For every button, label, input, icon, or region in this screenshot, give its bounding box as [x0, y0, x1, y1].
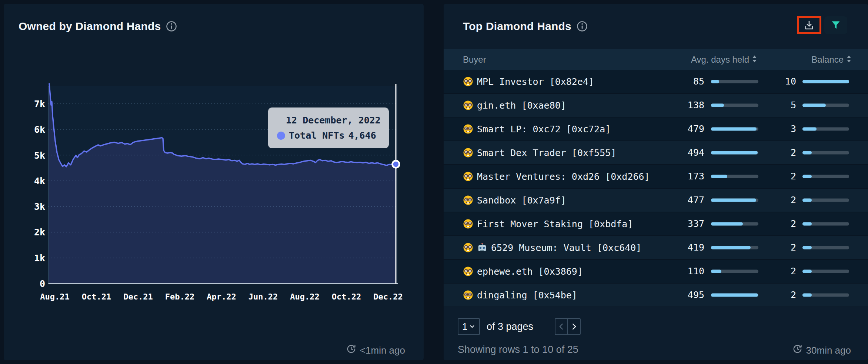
left-panel-title: Owned by Diamond Hands — [19, 20, 161, 33]
next-page-button[interactable] — [567, 318, 581, 335]
info-icon[interactable] — [166, 21, 177, 32]
refresh-clock-icon — [346, 344, 356, 357]
table-row[interactable]: ephewe.eth [0x3869] 110 2 — [444, 260, 868, 284]
buyer-label: gin.eth [0xae80] — [477, 100, 566, 111]
nerd-face-emoji — [463, 100, 473, 110]
avg-days-held-value: 495 — [666, 284, 704, 307]
balance-value: 2 — [761, 165, 796, 188]
avg-days-held-bar — [711, 222, 758, 226]
balance-value: 2 — [761, 284, 796, 307]
balance-value: 2 — [761, 212, 796, 235]
filter-button[interactable] — [824, 16, 847, 34]
svg-text:Aug.22: Aug.22 — [290, 292, 319, 301]
sort-arrows-icon — [752, 55, 757, 63]
table-row[interactable]: Master Ventures: 0xd26 [0xd266] 173 2 — [444, 165, 868, 189]
svg-text:Dec.21: Dec.21 — [123, 292, 153, 301]
avg-days-held-bar — [711, 294, 758, 297]
balance-value: 5 — [761, 94, 796, 117]
sort-icon[interactable] — [847, 54, 851, 65]
svg-text:1k: 1k — [34, 253, 45, 264]
refresh-clock-icon — [792, 344, 802, 354]
table-row[interactable]: MPL Investor [0x82e4] 85 10 — [444, 70, 868, 94]
buyer-label: Smart LP: 0xc72 [0xc72a] — [477, 124, 611, 135]
pages-count-label: of 3 pages — [487, 318, 533, 335]
tooltip-series-label: Total NFTs — [289, 130, 345, 141]
nft-holdings-area-chart[interactable]: 7k6k5k4k3k2k1k0Aug.21Oct.21Dec.21Feb.22A… — [4, 4, 424, 360]
svg-text:7k: 7k — [34, 99, 45, 109]
robot-face-emoji — [477, 242, 487, 253]
table-row[interactable]: Smart LP: 0xc72 [0xc72a] 479 3 — [444, 118, 868, 141]
balance-bar — [802, 199, 849, 202]
buyer-cell[interactable]: gin.eth [0xae80] — [463, 94, 566, 117]
left-last-updated: <1min ago — [346, 344, 405, 357]
avg-days-held-bar — [711, 270, 758, 273]
showing-rows-text: Showing rows 1 to 10 of 25 — [458, 344, 578, 355]
svg-text:0: 0 — [40, 278, 45, 289]
avg-days-held-bar — [711, 175, 758, 178]
buyer-cell[interactable]: First Mover Staking [0xbdfa] — [463, 212, 633, 235]
buyer-cell[interactable]: ephewe.eth [0x3869] — [463, 260, 583, 283]
page-select[interactable]: 1 — [458, 318, 480, 335]
buyer-cell[interactable]: dingaling [0x54be] — [463, 284, 577, 307]
chevron-left-icon — [557, 322, 565, 331]
balance-value: 10 — [761, 70, 796, 93]
table-row[interactable]: Smart Dex Trader [0xf555] 494 2 — [444, 141, 868, 165]
svg-text:Oct.22: Oct.22 — [332, 292, 361, 301]
svg-text:Oct.21: Oct.21 — [82, 292, 111, 301]
table-header-row: Buyer Avg. days held Balance — [444, 49, 868, 70]
tooltip-value: 4,646 — [348, 130, 376, 141]
buyer-cell[interactable]: Smart LP: 0xc72 [0xc72a] — [463, 118, 611, 140]
tooltip-date: 12 December, 2022 — [277, 115, 389, 126]
buyer-label: MPL Investor [0x82e4] — [477, 76, 594, 87]
balance-value: 2 — [761, 141, 796, 164]
chevron-right-icon — [570, 322, 578, 331]
buyer-label: Sandbox [0x7a9f] — [477, 195, 566, 206]
buyer-cell[interactable]: 6529 Museum: Vault [0xc640] — [463, 236, 641, 259]
avg-days-held-value: 110 — [666, 260, 704, 283]
buyer-cell[interactable]: Master Ventures: 0xd26 [0xd266] — [463, 165, 650, 188]
avg-days-held-value: 337 — [666, 212, 704, 235]
buyer-label: Master Ventures: 0xd26 [0xd266] — [477, 171, 650, 182]
svg-text:6k: 6k — [34, 124, 45, 135]
table-row[interactable]: 6529 Museum: Vault [0xc640] 419 2 — [444, 236, 868, 260]
svg-text:3k: 3k — [34, 201, 45, 212]
avg-days-held-bar — [711, 128, 758, 131]
nerd-face-emoji — [463, 290, 473, 300]
owned-by-diamond-hands-panel: 7k6k5k4k3k2k1k0Aug.21Oct.21Dec.21Feb.22A… — [4, 4, 424, 360]
buyer-cell[interactable]: MPL Investor [0x82e4] — [463, 70, 594, 93]
nerd-face-emoji — [463, 219, 473, 229]
nerd-face-emoji — [463, 76, 473, 87]
svg-text:Dec.22: Dec.22 — [373, 292, 403, 301]
avg-days-held-value: 85 — [666, 70, 704, 93]
table-row[interactable]: First Mover Staking [0xbdfa] 337 2 — [444, 212, 868, 236]
sort-icon[interactable] — [752, 54, 757, 65]
buyer-cell[interactable]: Sandbox [0x7a9f] — [463, 189, 566, 212]
column-header-avg-days-held[interactable]: Avg. days held — [651, 49, 757, 70]
nerd-face-emoji — [463, 171, 473, 182]
avg-days-held-bar — [711, 104, 758, 107]
buyer-label: dingaling [0x54be] — [477, 290, 577, 301]
table-row[interactable]: dingaling [0x54be] 495 2 — [444, 284, 868, 307]
previous-page-button[interactable] — [555, 318, 568, 335]
buyer-label: Smart Dex Trader [0xf555] — [477, 148, 616, 158]
svg-text:Apr.22: Apr.22 — [207, 292, 236, 301]
table-row[interactable]: gin.eth [0xae80] 138 5 — [444, 94, 868, 118]
chart-tooltip: 12 December, 2022 Total NFTs 4,646 — [268, 107, 389, 148]
series-dot-icon — [277, 132, 285, 140]
svg-text:Aug.21: Aug.21 — [40, 292, 69, 301]
info-icon[interactable] — [577, 21, 588, 32]
svg-text:Jun.22: Jun.22 — [248, 292, 278, 301]
refresh-clock-icon — [792, 344, 802, 357]
nerd-face-emoji — [463, 124, 473, 134]
balance-bar — [802, 128, 849, 131]
download-button[interactable] — [797, 16, 821, 34]
nerd-face-emoji — [463, 266, 473, 277]
filter-funnel-icon — [831, 20, 841, 30]
avg-days-held-bar — [711, 199, 758, 202]
buyer-cell[interactable]: Smart Dex Trader [0xf555] — [463, 141, 616, 164]
column-header-balance[interactable]: Balance — [792, 49, 851, 70]
nerd-face-emoji — [463, 195, 473, 205]
table-row[interactable]: Sandbox [0x7a9f] 477 2 — [444, 189, 868, 212]
balance-value: 2 — [761, 236, 796, 259]
balance-value: 2 — [761, 260, 796, 283]
